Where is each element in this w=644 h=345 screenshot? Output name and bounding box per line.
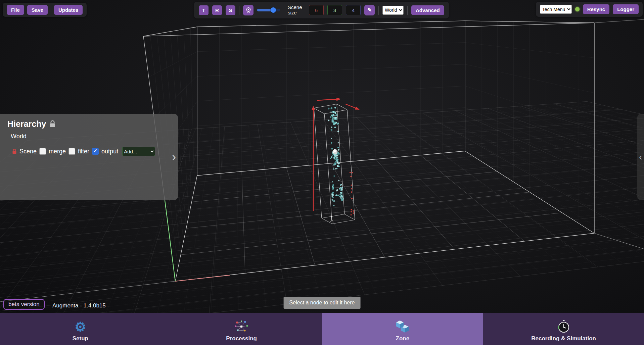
divider: [239, 6, 239, 15]
advanced-button[interactable]: Advanced: [411, 5, 444, 15]
tab-recording-label: Recording & Simulation: [531, 335, 596, 342]
logger-button[interactable]: Logger: [613, 4, 639, 14]
cubes-icon: [395, 319, 411, 334]
tab-recording[interactable]: Recording & Simulation: [483, 313, 644, 345]
app-version-text: Augmenta - 1.4.0b15: [52, 302, 106, 309]
scene-size-x-input[interactable]: [309, 5, 324, 15]
tab-setup-label: Setup: [73, 335, 88, 342]
merge-label: merge: [49, 148, 66, 155]
unlock-icon: [49, 120, 56, 128]
world-select[interactable]: World: [382, 6, 404, 15]
divider: [378, 6, 379, 15]
file-toolbar: File Save Updates: [3, 3, 87, 17]
save-button[interactable]: Save: [27, 5, 48, 15]
gear-icon: ⚙: [75, 320, 86, 334]
red-lock-icon: [12, 149, 17, 154]
tab-processing[interactable]: Processing: [161, 313, 322, 345]
output-checkbox[interactable]: [92, 148, 99, 155]
collapse-chevron-icon: ‹: [639, 152, 642, 162]
beta-version-badge: beta version: [3, 299, 45, 310]
webcam-icon: [245, 7, 251, 13]
updates-button[interactable]: Updates: [54, 5, 83, 15]
hierarchy-node-scene-row: Scene merge filter output Add...: [12, 147, 178, 156]
scene-size-z-input[interactable]: [346, 5, 361, 15]
resync-button[interactable]: Resync: [583, 4, 609, 14]
node-editor-hint: Select a node to edit it here: [284, 297, 361, 309]
augmenta-app: File Save Updates T R S Scene size ✎: [0, 0, 644, 345]
hierarchy-node-world[interactable]: World: [11, 133, 178, 140]
filter-label: filter: [78, 148, 89, 155]
hierarchy-node-scene[interactable]: Scene: [19, 148, 37, 155]
view-opacity-slider[interactable]: [257, 9, 280, 11]
filter-checkbox[interactable]: [68, 148, 75, 155]
divider: [284, 6, 284, 15]
tech-menu-select[interactable]: Tech Menu: [540, 5, 572, 14]
hierarchy-panel: Hierarchy World Scene merge filter outpu…: [0, 114, 178, 200]
tab-setup[interactable]: ⚙ Setup: [0, 313, 161, 345]
slider-thumb[interactable]: [271, 7, 276, 13]
scene-size-y-input[interactable]: [327, 5, 342, 15]
bottom-nav: ⚙ Setup: [0, 313, 644, 345]
divider: [51, 5, 51, 14]
tab-zone[interactable]: Zone: [322, 313, 483, 345]
hierarchy-title: Hierarchy: [7, 119, 46, 129]
tech-toolbar: Tech Menu Resync Logger: [536, 2, 643, 17]
divider: [407, 6, 408, 15]
scene-size-label: Scene size: [288, 5, 305, 15]
tab-zone-label: Zone: [396, 335, 410, 342]
edit-scene-button[interactable]: ✎: [364, 5, 375, 15]
translate-tool-button[interactable]: T: [199, 5, 209, 15]
right-panel-collapsed[interactable]: ‹: [637, 114, 644, 200]
sync-status-dot: [575, 7, 580, 11]
tab-processing-label: Processing: [226, 335, 257, 342]
scale-tool-button[interactable]: S: [226, 5, 235, 15]
clock-icon: [557, 319, 571, 334]
merge-checkbox[interactable]: [39, 148, 46, 155]
file-button[interactable]: File: [7, 5, 24, 15]
node-network-icon: [234, 319, 249, 334]
hierarchy-expand-chevron-icon[interactable]: ›: [172, 150, 176, 164]
pencil-icon: ✎: [367, 7, 372, 13]
add-node-select[interactable]: Add...: [122, 147, 155, 156]
rotate-tool-button[interactable]: R: [212, 5, 222, 15]
camera-view-button[interactable]: [243, 5, 254, 15]
output-label: output: [101, 148, 118, 155]
scene-toolbar: T R S Scene size ✎ World Advanced: [194, 2, 449, 18]
